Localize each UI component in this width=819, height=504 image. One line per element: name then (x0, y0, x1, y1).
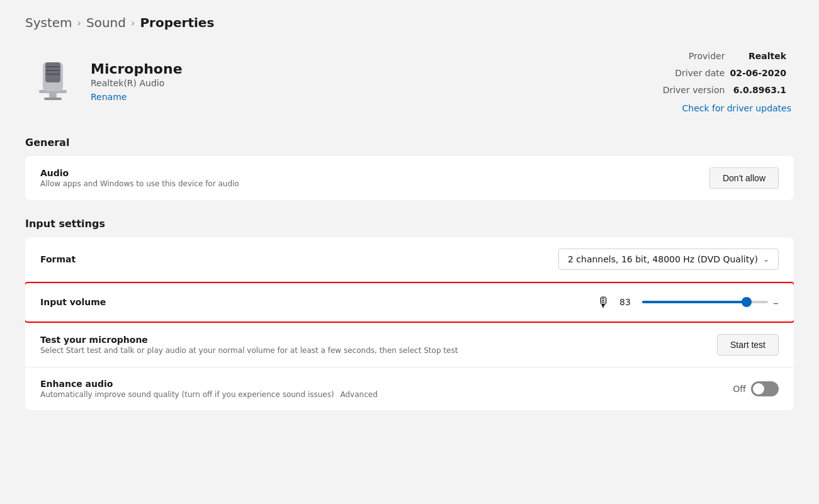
test-mic-sub: Select Start test and talk or play audio… (40, 346, 458, 355)
volume-slider[interactable] (642, 301, 768, 303)
volume-number: 83 (619, 297, 633, 307)
slider-fill (642, 301, 747, 303)
breadcrumb-sep-1: › (77, 17, 81, 29)
driver-version-label: Driver version (663, 82, 730, 99)
chevron-down-icon: ⌄ (763, 255, 769, 264)
general-section: General Audio Allow apps and Windows to … (25, 137, 794, 200)
volume-label: Input volume (40, 297, 106, 307)
enhance-audio-label: Enhance audio (40, 379, 378, 389)
breadcrumb-sound[interactable]: Sound (86, 15, 126, 30)
format-label: Format (40, 254, 76, 264)
device-header: Microphone Realtek(R) Audio Rename Provi… (25, 48, 794, 116)
device-name: Microphone (91, 61, 183, 77)
format-dropdown[interactable]: 2 channels, 16 bit, 48000 Hz (DVD Qualit… (558, 249, 779, 270)
input-settings-title: Input settings (25, 218, 794, 230)
start-test-button[interactable]: Start test (717, 334, 779, 356)
svg-rect-2 (44, 98, 62, 100)
rename-link[interactable]: Rename (91, 92, 127, 102)
test-mic-row: Test your microphone Select Start test a… (25, 323, 794, 367)
breadcrumb-sep-2: › (131, 17, 135, 29)
volume-controls: 🎙 83 – (597, 294, 779, 310)
general-title: General (25, 137, 794, 148)
test-mic-info: Test your microphone Select Start test a… (40, 335, 458, 355)
device-subtitle: Realtek(R) Audio (91, 78, 183, 88)
breadcrumb-system[interactable]: System (25, 15, 72, 30)
driver-update-link[interactable]: Check for driver updates (663, 101, 791, 116)
provider-value: Realtek (730, 48, 791, 65)
svg-rect-1 (49, 93, 57, 98)
driver-date-value: 02-06-2020 (730, 65, 791, 82)
input-settings-card: Format 2 channels, 16 bit, 48000 Hz (DVD… (25, 237, 794, 410)
breadcrumb-current: Properties (140, 15, 214, 30)
advanced-link[interactable]: Advanced (340, 390, 377, 399)
enhance-audio-toggle[interactable]: Off (733, 381, 779, 396)
format-value: 2 channels, 16 bit, 48000 Hz (DVD Qualit… (568, 254, 758, 264)
slider-thumb[interactable] (742, 297, 752, 307)
device-driver-info: Provider Realtek Driver date 02-06-2020 … (663, 48, 791, 116)
format-row: Format 2 channels, 16 bit, 48000 Hz (DVD… (25, 237, 794, 282)
volume-slider-container: – (642, 296, 779, 309)
svg-rect-7 (46, 74, 60, 75)
audio-row: Audio Allow apps and Windows to use this… (25, 156, 794, 200)
enhance-toggle-switch[interactable] (751, 381, 779, 396)
device-details: Microphone Realtek(R) Audio Rename (91, 61, 183, 103)
input-settings-section: Input settings Format 2 channels, 16 bit… (25, 218, 794, 410)
volume-row: Input volume 🎙 83 – (25, 283, 794, 322)
audio-label: Audio (40, 168, 239, 178)
mic-volume-icon: 🎙 (597, 294, 611, 310)
svg-rect-4 (45, 62, 60, 82)
breadcrumb: System › Sound › Properties (25, 15, 794, 30)
audio-info: Audio Allow apps and Windows to use this… (40, 168, 239, 188)
enhance-audio-row: Enhance audio Automatically improve soun… (25, 367, 794, 410)
provider-label: Provider (663, 48, 730, 65)
svg-rect-5 (46, 66, 60, 67)
driver-date-label: Driver date (663, 65, 730, 82)
driver-version-value: 6.0.8963.1 (730, 82, 791, 99)
device-info-left: Microphone Realtek(R) Audio Rename (28, 57, 183, 107)
enhance-state-label: Off (733, 384, 746, 394)
general-card: Audio Allow apps and Windows to use this… (25, 156, 794, 200)
enhance-audio-info: Enhance audio Automatically improve soun… (40, 379, 378, 399)
audio-sub: Allow apps and Windows to use this devic… (40, 179, 239, 188)
dont-allow-button[interactable]: Don't allow (709, 167, 779, 189)
test-mic-label: Test your microphone (40, 335, 458, 345)
microphone-icon (28, 57, 78, 107)
svg-rect-6 (46, 70, 60, 71)
enhance-audio-sub: Automatically improve sound quality (tur… (40, 390, 378, 399)
volume-highlight-border: Input volume 🎙 83 – (25, 282, 794, 323)
volume-decrease-icon[interactable]: – (773, 296, 779, 309)
